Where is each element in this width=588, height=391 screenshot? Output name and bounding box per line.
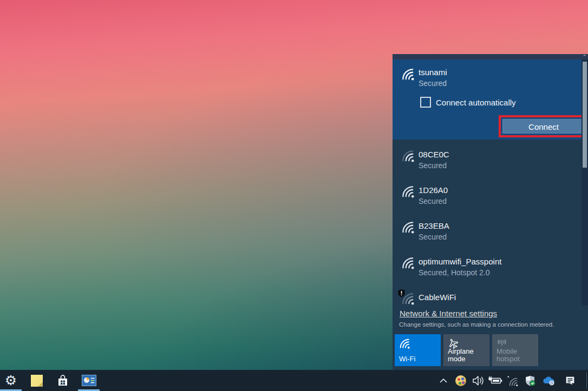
hidden-icons-button[interactable] xyxy=(435,370,452,391)
network-internet-settings-link[interactable]: Network & Internet settings xyxy=(400,309,497,318)
settings-hint-text: Change settings, such as making a connec… xyxy=(399,321,554,328)
network-status: Secured xyxy=(419,233,447,241)
flyout-footer: Network & Internet settings Change setti… xyxy=(393,306,588,370)
flyout-top-edge: ⌃ xyxy=(393,54,588,59)
network-status: Secured xyxy=(419,197,447,206)
network-name: 08CE0C xyxy=(419,150,449,159)
system-monitor-app-icon xyxy=(82,375,96,386)
network-name: B23EBA xyxy=(419,221,449,230)
wifi-icon xyxy=(398,337,410,349)
flyout-scrollbar[interactable] xyxy=(582,59,588,306)
network-name: optimumwifi_Passpoint xyxy=(419,257,501,266)
connect-automatically-label[interactable]: Connect automatically xyxy=(436,98,516,107)
taskbar-settings-button[interactable]: ⚙ xyxy=(0,370,22,391)
network-button[interactable]: * xyxy=(505,370,521,391)
tray-app-button[interactable] xyxy=(453,370,469,391)
network-item[interactable]: 08CE0C Secured xyxy=(393,144,582,180)
airplane-mode-tile-label: Airplane mode xyxy=(448,348,489,363)
action-center-button[interactable] xyxy=(562,370,578,391)
taskbar-system-monitor-button[interactable] xyxy=(78,370,100,391)
wifi-signal-icon xyxy=(401,67,415,81)
volume-icon xyxy=(472,375,485,386)
connect-button[interactable]: Connect xyxy=(502,119,585,134)
connect-automatically-checkbox[interactable] xyxy=(420,97,431,108)
scrollbar-thumb[interactable] xyxy=(583,62,587,168)
wifi-signal-icon xyxy=(401,256,415,270)
gear-icon: ⚙ xyxy=(5,374,17,387)
volume-button[interactable] xyxy=(470,370,486,391)
system-tray: * xyxy=(436,370,588,391)
show-desktop-divider[interactable] xyxy=(586,372,587,389)
wifi-signal-icon xyxy=(401,149,415,163)
wifi-flyout: ⌃ tsunami Secured Connect automatically … xyxy=(393,54,588,370)
network-item-tsunami[interactable]: tsunami Secured Connect automatically Co… xyxy=(393,59,588,140)
action-center-icon xyxy=(564,375,576,387)
mobile-hotspot-tile: Mobile hotspot xyxy=(492,334,538,366)
network-name: CableWiFi xyxy=(419,293,456,302)
wifi-signal-icon xyxy=(401,220,415,234)
security-warning-shield-icon xyxy=(398,289,405,297)
network-name: tsunami xyxy=(419,68,447,77)
network-status: Secured xyxy=(419,161,447,170)
chevron-up-icon xyxy=(440,379,447,383)
sticky-notes-icon xyxy=(31,375,43,387)
defender-shield-icon xyxy=(524,375,536,387)
wifi-signal-icon xyxy=(401,184,415,198)
network-item[interactable]: optimumwifi_Passpoint Secured, Hotspot 2… xyxy=(393,251,582,287)
wifi-tile-label: Wi-Fi xyxy=(399,355,415,363)
taskbar-sticky-notes-button[interactable] xyxy=(26,370,48,391)
onedrive-cloud-icon xyxy=(541,375,556,386)
network-name: 1D26A0 xyxy=(419,185,448,195)
scroll-up-icon[interactable]: ⌃ xyxy=(582,54,587,59)
microsoft-store-icon xyxy=(56,374,69,388)
mobile-hotspot-tile-label: Mobile hotspot xyxy=(496,348,538,363)
network-status: Secured xyxy=(419,79,447,88)
battery-charging-icon xyxy=(488,376,502,386)
taskbar-store-button[interactable] xyxy=(52,370,74,391)
network-status: Secured, Hotspot 2.0 xyxy=(419,268,490,277)
wifi-available-icon: * xyxy=(507,375,519,386)
airplane-mode-tile[interactable]: Airplane mode xyxy=(443,334,489,366)
network-item[interactable]: 1D26A0 Secured xyxy=(393,180,582,216)
onedrive-button[interactable] xyxy=(540,370,557,391)
defender-button[interactable] xyxy=(522,370,538,391)
svg-text:*: * xyxy=(507,375,509,380)
colorful-ball-app-icon xyxy=(455,375,466,386)
battery-button[interactable] xyxy=(487,370,504,391)
taskbar: ⚙ xyxy=(0,370,588,391)
wifi-toggle-tile[interactable]: Wi-Fi xyxy=(395,334,441,366)
network-item[interactable]: B23EBA Secured xyxy=(393,216,582,251)
